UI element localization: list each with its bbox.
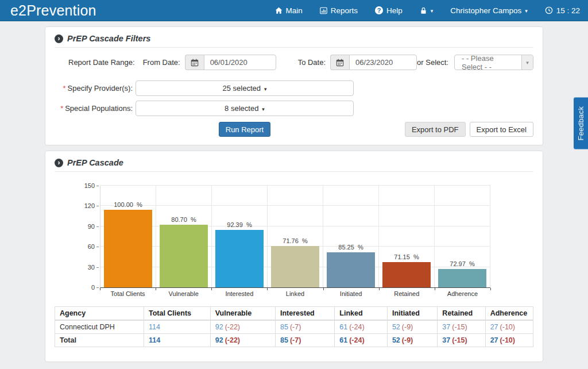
y-axis-tick-label: 90 <box>88 223 95 230</box>
cascade-table-body: Connecticut DPH11492(-22)85(-7)61(-24)52… <box>55 320 533 347</box>
nav-user-menu[interactable]: Christopher Campos ▾ <box>450 6 527 15</box>
required-asterisk: * <box>60 104 63 113</box>
delta-value: (-24) <box>349 336 364 344</box>
bar-interested <box>215 230 264 287</box>
bar-total-clients <box>104 210 152 287</box>
table-cell: 92(-22) <box>210 320 275 334</box>
agency-cell: Connecticut DPH <box>55 320 144 334</box>
table-header-row: AgencyTotal ClientsVulnerableInterestedL… <box>55 307 533 321</box>
count-link: 27 <box>490 336 498 344</box>
nav-help-label: Help <box>386 6 403 15</box>
x-axis-tick-label: Linked <box>267 288 323 298</box>
table-cell: 52(-9) <box>387 334 437 347</box>
bar-value-label: 100.00 % <box>100 201 156 208</box>
bar-chart-icon <box>320 7 327 14</box>
panel-arrow-icon: › <box>55 34 63 43</box>
count-link: 37 <box>442 336 450 344</box>
bar-vulnerable <box>160 225 208 287</box>
chart-category: 85.25 % <box>323 186 379 287</box>
nav-help[interactable]: ? Help <box>375 6 403 15</box>
export-excel-button[interactable]: Export to Excel <box>470 122 533 137</box>
from-date-input[interactable] <box>204 55 276 70</box>
chevron-down-icon: ▾ <box>431 8 434 14</box>
table-cell: 61(-24) <box>335 320 388 334</box>
providers-multiselect[interactable]: 25 selected ▾ <box>136 80 354 96</box>
top-navbar: e2Prevention Main Reports ? Help ▾ Chris… <box>0 0 588 21</box>
count-link[interactable]: 52 <box>392 323 400 331</box>
bar-value-label: 71.76 % <box>268 237 323 244</box>
x-axis-tick <box>490 288 491 290</box>
table-cell: 114 <box>144 334 210 347</box>
delta-value: (-10) <box>500 336 515 344</box>
table-cell: 85(-7) <box>276 320 335 334</box>
table-column-header: Initiated <box>387 307 437 321</box>
populations-label: *Special Populations: <box>55 104 133 113</box>
count-link[interactable]: 92 <box>215 323 223 331</box>
nav-reports[interactable]: Reports <box>320 6 358 15</box>
chevron-down-icon: ▾ <box>264 86 267 92</box>
chart-category: 71.15 % <box>379 186 435 287</box>
table-column-header: Agency <box>55 307 144 321</box>
chart-x-axis: Total ClientsVulnerableInterestedLinkedI… <box>100 288 490 298</box>
x-axis-tick <box>267 288 268 290</box>
x-axis-tick-label: Initiated <box>323 288 379 298</box>
table-cell: 92(-22) <box>210 334 275 347</box>
table-column-header: Total Clients <box>144 307 210 321</box>
delta-value: (-9) <box>402 323 413 331</box>
count-link[interactable]: 114 <box>149 323 160 331</box>
cascade-table-head: AgencyTotal ClientsVulnerableInterestedL… <box>55 307 533 321</box>
delta-value: (-22) <box>225 336 240 344</box>
x-axis-tick-label: Interested <box>211 288 267 298</box>
required-asterisk: * <box>63 84 66 93</box>
nav-lock-menu[interactable]: ▾ <box>420 7 434 14</box>
count-link[interactable]: 61 <box>339 323 347 331</box>
table-row: Total11492(-22)85(-7)61(-24)52(-9)37(-15… <box>55 334 533 347</box>
table-cell: 37(-15) <box>438 334 485 347</box>
x-axis-tick-label: Vulnerable <box>156 288 211 298</box>
y-axis-tick-label: 30 <box>88 264 95 271</box>
x-axis-tick <box>379 288 380 290</box>
table-cell: 27(-10) <box>485 320 533 334</box>
populations-selected-count: 8 selected <box>225 104 258 113</box>
prep-cascade-chart: 0306090120150 100.00 %80.70 %92.39 %71.7… <box>100 186 490 298</box>
table-cell: 114 <box>144 320 210 334</box>
count-link[interactable]: 37 <box>442 323 450 331</box>
filters-panel-title: PrEP Cascade Filters <box>67 34 150 43</box>
from-date-group <box>185 55 276 70</box>
calendar-icon[interactable] <box>185 55 204 70</box>
chart-bars: 100.00 %80.70 %92.39 %71.76 %85.25 %71.1… <box>100 186 490 287</box>
delta-value: (-24) <box>349 323 364 331</box>
bar-initiated <box>327 252 375 287</box>
count-link: 85 <box>280 336 288 344</box>
x-axis-tick <box>435 288 435 290</box>
feedback-tab[interactable]: Feedback <box>574 98 588 149</box>
from-date-label: From Date: <box>143 58 180 67</box>
table-column-header: Vulnerable <box>210 307 275 321</box>
populations-multiselect[interactable]: 8 selected ▾ <box>136 101 354 116</box>
to-date-group <box>330 55 417 70</box>
preset-range-select[interactable]: - - Please Select - - ▾ <box>454 55 533 70</box>
table-cell: 27(-10) <box>485 334 533 347</box>
nav-main[interactable]: Main <box>275 6 303 15</box>
count-link[interactable]: 27 <box>490 323 498 331</box>
lock-icon <box>420 7 427 14</box>
delta-value: (-15) <box>452 323 467 331</box>
run-report-button[interactable]: Run Report <box>219 122 270 137</box>
count-link: 92 <box>215 336 223 344</box>
providers-label: *Specify Provider(s): <box>55 84 133 93</box>
y-axis-tick-label: 120 <box>84 202 95 209</box>
session-timer: 15 : 22 <box>545 6 580 15</box>
calendar-icon[interactable] <box>330 55 349 70</box>
chart-category: 72.97 % <box>435 186 490 287</box>
to-date-input[interactable] <box>349 55 417 70</box>
export-pdf-button[interactable]: Export to PDF <box>405 122 466 137</box>
x-axis-tick-label: Retained <box>379 288 435 298</box>
filters-panel: › PrEP Cascade Filters Report Date Range… <box>45 26 543 145</box>
x-axis-tick-label: Adherence <box>435 288 490 298</box>
brand-logo[interactable]: e2Prevention <box>10 2 96 19</box>
delta-value: (-7) <box>290 323 301 331</box>
chart-plot: 0306090120150 100.00 %80.70 %92.39 %71.7… <box>100 186 490 288</box>
chart-category: 80.70 % <box>156 186 212 287</box>
count-link[interactable]: 85 <box>280 323 288 331</box>
cascade-table: AgencyTotal ClientsVulnerableInterestedL… <box>55 306 533 347</box>
